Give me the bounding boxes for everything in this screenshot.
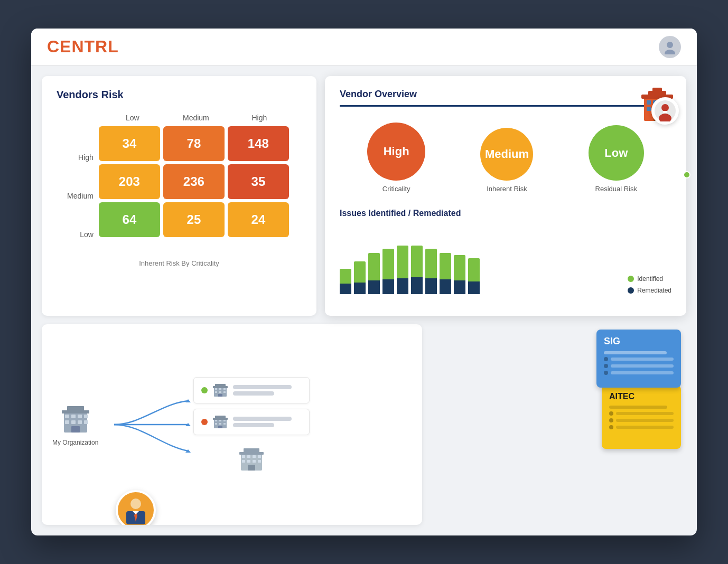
sig-bullet-dot-3	[604, 371, 608, 375]
bottom-building-wrapper	[193, 446, 310, 472]
grid-row-low: 64 25 24	[99, 202, 291, 237]
bar-remediated-2	[354, 283, 366, 294]
svg-rect-60	[258, 455, 261, 458]
user-avatar[interactable]	[659, 36, 681, 58]
cell-med-low: 203	[99, 164, 160, 199]
sig-bullet-2	[604, 364, 674, 368]
residual-risk-circle: Low	[589, 125, 644, 181]
svg-rect-21	[67, 406, 84, 411]
svg-rect-36	[215, 384, 226, 387]
bar-remediated-3	[368, 280, 380, 294]
svg-rect-57	[242, 455, 245, 458]
svg-rect-43	[218, 394, 222, 397]
cell-med-med: 236	[163, 164, 225, 199]
bar-identified-2	[354, 261, 366, 283]
vendors-risk-title: Vendors Risk	[57, 89, 302, 101]
bar-identified-1	[340, 269, 351, 284]
chart-bars	[340, 246, 619, 294]
row-labels: High Medium Low	[67, 111, 94, 254]
sig-bullet-dot-2	[604, 364, 608, 368]
vendor-lines-1	[233, 385, 302, 396]
row-label-high: High	[67, 139, 94, 176]
vendor-cards	[193, 377, 310, 472]
legend-identified: Identified	[628, 275, 671, 283]
bar-identified-9	[454, 255, 465, 280]
bar-group-5	[397, 246, 408, 294]
aitec-document: AITEC	[602, 386, 681, 449]
cell-high-low: 34	[99, 126, 160, 161]
residual-risk-label: Residual Risk	[595, 185, 637, 193]
green-connector-dot	[683, 171, 690, 178]
bar-remediated-9	[454, 280, 465, 294]
svg-rect-46	[215, 416, 226, 419]
aitec-doc-lines	[609, 406, 674, 429]
bar-remediated-6	[411, 277, 423, 294]
svg-rect-65	[248, 465, 255, 471]
svg-rect-37	[215, 388, 217, 390]
aitec-line-1	[609, 406, 667, 409]
vendor-person-avatar	[651, 97, 679, 125]
svg-rect-10	[647, 107, 651, 111]
documents-panel: SIG	[431, 324, 686, 525]
vendor-line-2a	[233, 417, 292, 421]
svg-rect-50	[215, 423, 217, 425]
svg-rect-61	[242, 460, 245, 463]
bar-remediated-1	[340, 284, 351, 294]
cell-low-high: 24	[228, 202, 289, 237]
svg-rect-63	[253, 460, 256, 463]
svg-point-16	[661, 104, 669, 111]
sig-document: SIG	[596, 330, 681, 388]
app-logo: CENTRL	[47, 37, 119, 57]
vendor-line-2b	[233, 423, 274, 427]
col-label-medium: Medium	[164, 111, 228, 124]
sig-bullet-line-3	[611, 371, 674, 374]
risk-grid-wrapper: High Medium Low Low Medium High	[57, 111, 302, 267]
svg-rect-25	[84, 415, 88, 418]
row-label-medium: Medium	[67, 177, 94, 214]
aitec-bullet-dot-3	[609, 425, 613, 429]
svg-rect-39	[223, 388, 226, 390]
bar-identified-10	[468, 258, 480, 281]
grid-area: Low Medium High 34 78 148	[99, 111, 291, 240]
grid-row-high: 34 78 148	[99, 126, 291, 161]
cell-low-low: 64	[99, 202, 160, 237]
vendor-dot-green-1	[201, 387, 208, 393]
bar-group-3	[368, 253, 380, 294]
bar-remediated-4	[382, 279, 394, 294]
main-content: Vendors Risk High Medium Low Low Medium	[31, 65, 697, 535]
svg-rect-53	[218, 426, 222, 428]
vendor-lines-2	[233, 417, 302, 427]
inherent-risk-label: Inherent Risk	[487, 185, 527, 193]
aitec-doc-title: AITEC	[609, 392, 674, 401]
svg-rect-6	[647, 100, 651, 105]
vendor-line-1a	[233, 385, 292, 389]
legend-dot-green	[628, 276, 634, 282]
sig-doc-title: SIG	[604, 336, 674, 347]
cell-low-med: 25	[163, 202, 225, 237]
sig-doc-lines	[604, 351, 674, 375]
svg-rect-42	[223, 391, 226, 393]
vendor-panel-title: Vendor Overview	[340, 89, 671, 100]
sig-bullet-dot-1	[604, 357, 608, 361]
bar-group-2	[354, 261, 366, 294]
bar-group-4	[382, 249, 394, 294]
aitec-bullet-3	[609, 425, 674, 429]
aitec-bullet-2	[609, 418, 674, 422]
svg-rect-24	[78, 415, 82, 418]
sig-bullet-line-2	[611, 364, 674, 368]
vendor-overview-panel: Vendor Overview High Criticality Medium …	[325, 76, 686, 316]
cell-high-high: 148	[228, 126, 289, 161]
vendor-card-2	[193, 409, 310, 435]
svg-rect-18	[663, 111, 667, 113]
my-org-section: My Organization	[52, 403, 98, 446]
circle-item-inherent: Medium Inherent Risk	[480, 128, 533, 193]
vendor-dot-red-2	[201, 419, 208, 425]
col-label-low: Low	[101, 111, 164, 124]
svg-rect-28	[78, 420, 82, 424]
top-bar: CENTRL	[31, 29, 697, 65]
sig-bullet-1	[604, 357, 674, 361]
svg-rect-56	[244, 448, 259, 453]
vendor-card-1	[193, 377, 310, 403]
svg-rect-27	[71, 420, 76, 424]
legend-dot-dark	[628, 287, 634, 294]
